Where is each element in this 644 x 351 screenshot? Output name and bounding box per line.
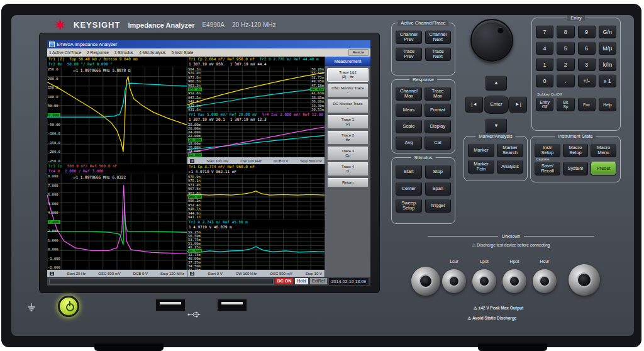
panel-button[interactable]: System — [563, 162, 589, 176]
rotary-knob[interactable] — [470, 19, 513, 62]
panel-button[interactable]: Help — [599, 98, 616, 111]
panel-button[interactable]: Cal — [425, 136, 451, 150]
marker-readout: ▷1 4.9719 V 962.11 nF — [189, 169, 236, 174]
keypad-key[interactable]: x 1 — [599, 74, 616, 87]
resize-button[interactable]: Resize — [348, 49, 369, 56]
softkey-item[interactable]: Trace 1&2|Z| - θz — [327, 68, 369, 82]
lcd-screen: E4990A Impedance Analyzer 1 Active Ch/Tr… — [47, 40, 370, 286]
warning-icon: ⚠ — [472, 243, 476, 247]
keypad-key[interactable]: 5 — [557, 42, 574, 55]
panel-button[interactable]: Trace Next — [425, 47, 452, 61]
panel-button[interactable]: Marker Fctn — [468, 160, 494, 174]
panel-button[interactable]: Scale — [396, 120, 422, 133]
bnc-lpot[interactable] — [472, 269, 496, 293]
panel-button[interactable]: Trigger — [425, 199, 452, 213]
panel-button[interactable]: Start — [396, 165, 422, 179]
arrow-down-button[interactable]: ▼ — [486, 118, 507, 133]
usb-port-2[interactable] — [216, 298, 248, 312]
axis-tick: 38.85m — [310, 96, 324, 99]
power-button[interactable] — [58, 296, 79, 317]
bnc-label: Hcur — [530, 259, 560, 264]
axis-tick: 944.9n — [188, 211, 202, 215]
keypad-key[interactable]: 0 — [536, 74, 553, 87]
panel-button[interactable]: Channel Prev — [396, 30, 422, 44]
chart3-header: Tr3 Cp500.0 nF/ Ref 500.0 nF Tr4 D1.000 … — [47, 164, 187, 174]
skip-right-button[interactable]: ►| — [509, 96, 527, 113]
chart3-cp-canvas — [187, 174, 325, 220]
group-entry: Entry 789G/n456M/µ123k/m0.+/-x 1 Softkey… — [531, 18, 621, 131]
bnc-hpot[interactable] — [502, 269, 526, 293]
panel-button[interactable]: Center — [396, 182, 422, 196]
panel-button[interactable]: Format — [425, 103, 451, 117]
panel-button[interactable]: Marker — [468, 143, 494, 157]
panel-button[interactable]: Preset — [591, 162, 616, 176]
group-title: Response — [409, 77, 437, 82]
bnc-hcur[interactable] — [533, 269, 557, 293]
menu-item[interactable]: 5 Instr State — [171, 50, 193, 55]
keypad-key[interactable]: k/m — [599, 58, 616, 71]
keypad-key[interactable]: 8 — [557, 25, 574, 38]
keypad-key[interactable]: 6 — [578, 42, 596, 55]
panel-button[interactable]: Meas — [396, 103, 422, 117]
panel-button[interactable]: Display — [425, 120, 451, 133]
menu-item[interactable]: 3 Stimulus — [114, 50, 133, 55]
axis-tick: -250.0 — [48, 159, 60, 163]
softkey-item[interactable]: OSC Monitor Trace- — [327, 84, 369, 98]
panel-button[interactable]: Trace Prev — [396, 47, 422, 61]
softkey-item[interactable]: Trace 3Cp — [327, 147, 369, 160]
chart3-d-header: Tr2 D 2.743 m/ Ref 45.50 m 1 4.9719 V 46… — [187, 220, 325, 230]
keypad-key[interactable]: 3 — [578, 58, 596, 71]
keypad-key[interactable]: +/- — [578, 74, 596, 87]
panel-button[interactable]: Marker Search — [497, 143, 523, 157]
bnc-connector-right[interactable] — [569, 264, 600, 296]
softkey-item[interactable]: DC Monitor Trace- — [327, 99, 369, 113]
panel-button[interactable]: Save/ Recall — [535, 162, 560, 176]
usb-port-1[interactable] — [155, 298, 186, 312]
axis-tick: 250.0 — [48, 67, 60, 71]
axis-tick: 30.53m — [310, 108, 324, 111]
trace-label: 500.0 nF/ Ref 500.0 nF — [67, 164, 117, 168]
keypad-key[interactable]: . — [557, 74, 574, 87]
panel-button[interactable]: Foc — [578, 98, 596, 111]
softkey-item[interactable]: Trace 1|Z| — [327, 115, 369, 129]
axis-tick: 952.4n — [188, 203, 202, 207]
panel-button[interactable]: Entry Off — [536, 98, 553, 111]
panel-button[interactable]: Sweep Setup — [396, 199, 422, 213]
keypad-key[interactable]: 1 — [536, 58, 553, 71]
softkey-item[interactable]: Trace 4D — [327, 162, 369, 176]
menu-item[interactable]: 1 Active Ch/Trace — [49, 50, 81, 55]
panel-button[interactable]: Avg — [396, 136, 422, 150]
keypad-key[interactable]: 2 — [557, 58, 574, 71]
arrow-up-button[interactable]: ▲ — [486, 75, 507, 91]
bnc-connector-left[interactable] — [411, 267, 440, 296]
skip-left-button[interactable]: |◄ — [465, 96, 483, 113]
keypad-key[interactable]: G/n — [599, 25, 616, 38]
menu-item[interactable]: 2 Response — [87, 50, 109, 55]
axis-tick: 952.8n — [188, 91, 202, 95]
channel2-status-bar: 2Start 100 mVCW 100 kHzDCB 0 VStop 500 m… — [187, 157, 325, 164]
axis-tick: 960.0n — [188, 195, 202, 199]
group-stimulus: Stimulus StartStopCenterSpanSweep SetupT… — [391, 157, 455, 224]
panel-button[interactable]: Trace Max — [425, 87, 451, 101]
panel-button[interactable]: Macro Setup — [563, 143, 589, 157]
panel-button[interactable]: Channel Next — [425, 30, 452, 44]
panel-button[interactable]: Analysis — [497, 160, 523, 174]
softkey-item[interactable]: Trace 2θz — [327, 131, 369, 145]
status-segment: Stop 10 V — [306, 272, 322, 276]
axis-tick: 931.8n — [188, 108, 202, 111]
keypad-key[interactable]: 7 — [536, 25, 553, 38]
panel-button[interactable]: Instr Setup — [535, 143, 560, 157]
keypad-key[interactable]: M/µ — [599, 42, 616, 55]
bnc-lcur[interactable] — [442, 269, 466, 293]
panel-button[interactable]: Channel Max — [396, 87, 422, 101]
panel-button[interactable]: Span — [425, 182, 452, 196]
enter-button[interactable]: Enter — [484, 95, 509, 114]
panel-button[interactable]: Bk Sp — [557, 98, 574, 111]
panel-button[interactable]: Stop — [425, 165, 452, 179]
peak-output-warning-text: ±42 V Peak Max Output — [479, 306, 523, 310]
keypad-key[interactable]: 4 — [536, 42, 553, 55]
panel-button[interactable]: Macro Menu — [591, 143, 616, 157]
softkey-item[interactable]: Return — [327, 178, 369, 187]
keypad-key[interactable]: 9 — [578, 25, 596, 38]
menu-item[interactable]: 4 Mkr/Analysis — [139, 50, 165, 55]
